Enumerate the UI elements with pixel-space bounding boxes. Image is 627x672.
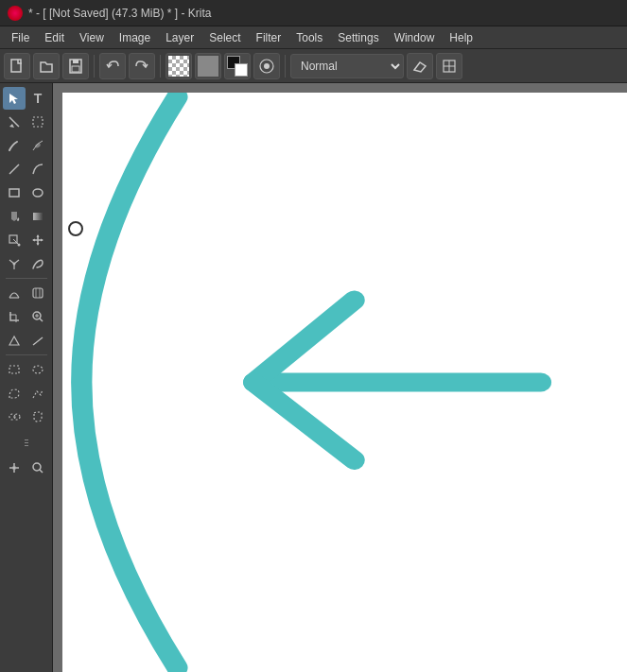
svg-rect-2	[73, 60, 78, 63]
panel-drag-handle[interactable]	[24, 431, 29, 454]
brush-tool-button[interactable]	[3, 134, 26, 157]
tool-separator-2	[6, 354, 47, 355]
brush-cursor	[68, 221, 83, 236]
save-button[interactable]	[62, 53, 89, 79]
crop-tool-button[interactable]	[3, 305, 26, 328]
main-area: T	[0, 83, 627, 672]
dynabrush-button[interactable]	[26, 252, 49, 275]
drawing-canvas[interactable]	[62, 93, 627, 672]
app-icon	[8, 6, 23, 21]
tool-row-10	[3, 305, 49, 328]
pan-tool-button[interactable]	[3, 457, 26, 479]
svg-point-29	[33, 366, 43, 373]
blend-mode-select[interactable]: Normal Multiply Screen Overlay	[290, 54, 404, 78]
menu-select[interactable]: Select	[201, 29, 248, 46]
gray-bg-button[interactable]	[195, 53, 221, 79]
tool-row-7	[3, 229, 49, 251]
redo-button[interactable]	[129, 53, 155, 79]
tool-panel: T	[0, 83, 53, 672]
select-tool-button[interactable]	[3, 87, 26, 110]
multibrush-button[interactable]	[3, 252, 26, 275]
zoom-canvas-button[interactable]	[26, 305, 49, 328]
menu-tools[interactable]: Tools	[288, 29, 330, 46]
menu-view[interactable]: View	[72, 29, 112, 46]
checkerboard-button[interactable]	[165, 53, 192, 79]
smart-patch-button[interactable]	[26, 282, 49, 304]
bezier-tool-button[interactable]	[26, 158, 49, 181]
svg-point-5	[264, 63, 270, 69]
svg-rect-28	[9, 366, 19, 373]
svg-line-27	[33, 343, 35, 345]
svg-line-10	[9, 164, 19, 174]
transform-tool-button[interactable]	[3, 229, 26, 251]
enclose-fill-button[interactable]	[3, 282, 26, 304]
menu-image[interactable]: Image	[112, 29, 158, 46]
tool-row-2	[3, 111, 49, 133]
svg-point-12	[33, 189, 43, 197]
tool-row-11	[3, 329, 49, 352]
measure-button[interactable]	[26, 329, 49, 352]
menu-settings[interactable]: Settings	[330, 29, 386, 46]
tool-row-9	[3, 282, 49, 304]
svg-rect-11	[9, 189, 19, 197]
tool-row-5	[3, 181, 49, 204]
svg-line-37	[253, 383, 354, 460]
move-tool-button[interactable]	[26, 229, 49, 251]
similar-sel-button[interactable]	[3, 405, 26, 428]
titlebar: * - [ [Not Saved] (47.3 MiB) * ] - Krita	[0, 0, 627, 26]
menu-filter[interactable]: Filter	[249, 29, 289, 46]
svg-point-32	[12, 466, 16, 470]
svg-line-36	[253, 301, 354, 383]
menu-window[interactable]: Window	[387, 29, 443, 46]
contiguous-select-button[interactable]	[26, 111, 49, 133]
tool-row-6	[3, 205, 49, 228]
rectangle-tool-button[interactable]	[3, 181, 26, 204]
line-tool-button[interactable]	[3, 158, 26, 181]
svg-line-34	[40, 470, 43, 473]
menu-edit[interactable]: Edit	[37, 29, 72, 46]
brush-preset-button[interactable]	[253, 53, 280, 79]
toolbar-separator-2	[160, 55, 161, 78]
undo-button[interactable]	[99, 53, 126, 79]
new-document-button[interactable]	[4, 53, 30, 79]
toolbar: Normal Multiply Screen Overlay	[0, 49, 627, 83]
calligraphy-tool-button[interactable]	[26, 134, 49, 157]
drawing-svg	[62, 93, 627, 672]
rect-selection-button[interactable]	[3, 358, 26, 381]
freehand-select-button[interactable]	[3, 111, 26, 133]
svg-rect-0	[11, 60, 21, 72]
menu-help[interactable]: Help	[442, 29, 480, 46]
fill-tool-button[interactable]	[3, 205, 26, 228]
tool-separator-1	[6, 278, 47, 279]
svg-point-17	[13, 263, 16, 266]
canvas-area[interactable]	[53, 83, 627, 672]
freehand-sel-button[interactable]	[3, 382, 26, 405]
svg-line-23	[40, 319, 43, 321]
assistant-button[interactable]	[3, 329, 26, 352]
ellipse-selection-button[interactable]	[26, 358, 49, 381]
gradient-tool-button[interactable]	[26, 205, 49, 228]
menubar: File Edit View Image Layer Select Filter…	[0, 26, 627, 49]
magnetic-sel-button[interactable]	[26, 405, 49, 428]
tool-row-15	[3, 457, 49, 479]
svg-point-16	[18, 244, 21, 247]
ellipse-tool-button[interactable]	[26, 181, 49, 204]
open-button[interactable]	[33, 53, 60, 79]
svg-rect-19	[33, 288, 43, 298]
tool-row-13	[3, 382, 49, 405]
erase-button[interactable]	[407, 53, 433, 79]
menu-file[interactable]: File	[4, 29, 37, 46]
tool-row-8	[3, 252, 49, 275]
tool-row-14	[3, 405, 49, 428]
contiguous-sel-button[interactable]	[26, 382, 49, 405]
svg-rect-3	[72, 66, 79, 72]
toolbar-separator-1	[94, 55, 95, 78]
tool-row-3	[3, 134, 49, 157]
wrap-button[interactable]	[436, 53, 462, 79]
tool-row-4	[3, 158, 49, 181]
menu-layer[interactable]: Layer	[158, 29, 201, 46]
color-swap-button[interactable]	[224, 53, 251, 79]
toolbar-separator-3	[285, 55, 286, 78]
text-tool-button[interactable]: T	[26, 87, 49, 110]
zoom-tool-button[interactable]	[26, 457, 49, 479]
